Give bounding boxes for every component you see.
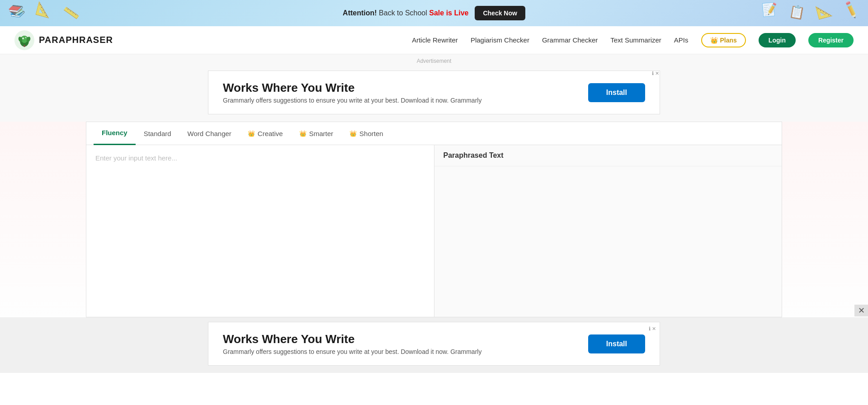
tab-standard[interactable]: Standard [136,122,179,145]
register-button[interactable]: Register [808,33,854,47]
ad-close-icon-bottom[interactable]: ✕ [652,326,656,332]
deco-icon-5: 📋 [788,3,806,21]
main-area: Fluency Standard Word Changer 👑 Creative… [0,122,868,317]
deco-icon-6: 📐 [814,2,833,20]
crown-icon: 👑 [710,37,718,44]
plans-button[interactable]: 👑 Plans [701,33,746,47]
ad-wrapper-bottom: Works Where You Write Grammarly offers s… [0,317,868,373]
nav-text-summarizer[interactable]: Text Summarizer [610,36,661,44]
nav-apis[interactable]: APIs [674,36,689,44]
deco-icon-1: 📚 [7,1,27,21]
deco-icon-7: ✏️ [841,0,861,19]
tab-fluency[interactable]: Fluency [94,122,136,145]
ad-wrapper-top: Works Where You Write Grammarly offers s… [0,66,868,122]
ad-controls-bottom: ℹ ✕ [649,326,656,332]
nav-grammar-checker[interactable]: Grammar Checker [542,36,598,44]
tab-creative[interactable]: 👑 Creative [240,122,291,145]
logo-link[interactable]: PARAPHRASER [14,30,113,50]
nav-plagiarism-checker[interactable]: Plagiarism Checker [471,36,529,44]
deco-icon-3: 📏 [62,4,80,22]
ad-info-icon-bottom[interactable]: ℹ [649,326,651,332]
check-now-button[interactable]: Check Now [475,6,525,20]
svg-point-3 [22,38,24,39]
bottom-ad-dismiss[interactable]: ✕ [854,305,868,316]
ad-label-top: Advertisement [0,54,868,66]
tab-word-changer[interactable]: Word Changer [179,122,240,145]
main-nav: Article Rewriter Plagiarism Checker Gram… [412,33,854,47]
ad-close-icon[interactable]: ✕ [655,71,659,76]
ad-description-top: Grammarly offers suggestions to ensure y… [223,97,481,104]
ad-title-bottom: Works Where You Write [223,332,481,346]
tab-smarter[interactable]: 👑 Smarter [291,122,341,145]
ad-description-bottom: Grammarly offers suggestions to ensure y… [223,348,481,355]
left-pane [86,145,434,317]
input-textarea[interactable] [86,145,434,308]
right-pane: Paraphrased Text [434,145,782,317]
svg-point-4 [25,37,27,38]
tool-container: Paraphrased Text [86,145,782,317]
ad-content-top: Works Where You Write Grammarly offers s… [223,81,481,104]
logo-icon [14,30,34,50]
login-button[interactable]: Login [759,33,796,47]
deco-icon-4: 📝 [761,2,778,18]
tab-shorten[interactable]: 👑 Shorten [341,122,392,145]
banner-text: Attention! Back to School Sale is Live [343,9,468,17]
ad-banner-top: Works Where You Write Grammarly offers s… [208,71,660,114]
header: PARAPHRASER Article Rewriter Plagiarism … [0,26,868,54]
ad-title-top: Works Where You Write [223,81,481,95]
ad-controls-top: ℹ ✕ [652,71,659,76]
top-banner: 📚 📐 📏 Attention! Back to School Sale is … [0,0,868,26]
ad-install-button-top[interactable]: Install [588,83,645,102]
ad-banner-bottom: Works Where You Write Grammarly offers s… [208,322,660,366]
ad-info-icon[interactable]: ℹ [652,71,654,76]
output-header: Paraphrased Text [434,145,782,166]
nav-article-rewriter[interactable]: Article Rewriter [412,36,458,44]
deco-icon-2: 📐 [34,0,53,19]
svg-rect-5 [24,45,25,47]
smarter-crown-icon: 👑 [299,130,307,137]
shorten-crown-icon: 👑 [349,130,357,137]
ad-install-button-bottom[interactable]: Install [588,334,645,353]
creative-crown-icon: 👑 [248,130,255,137]
ad-content-bottom: Works Where You Write Grammarly offers s… [223,332,481,355]
logo-text: PARAPHRASER [39,35,113,45]
tabs-bar: Fluency Standard Word Changer 👑 Creative… [86,122,782,145]
